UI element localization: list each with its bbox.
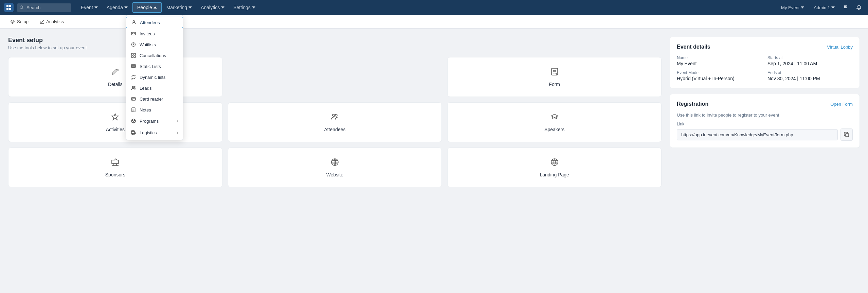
people-dropdown: Attendees Invitees Waitlists <box>126 15 183 140</box>
registration-header: Registration Open Form <box>677 101 853 107</box>
list-icon <box>131 64 136 69</box>
nav-item-event[interactable]: Event <box>77 3 102 12</box>
dropdown-item-attendees[interactable]: Attendees <box>126 17 183 28</box>
dropdown-item-card-reader[interactable]: Card reader <box>126 93 183 104</box>
dropdown-item-dynamic-lists[interactable]: Dynamic lists <box>126 72 183 83</box>
nav-items: Event Agenda People Marketing Analytics … <box>77 2 778 13</box>
svg-point-6 <box>133 21 135 22</box>
copy-link-button[interactable] <box>840 128 853 141</box>
envelope-icon <box>131 31 136 36</box>
card-landing-page[interactable]: Landing Page <box>447 148 662 187</box>
topnav-right: My Event Admin 1 <box>778 2 864 13</box>
dropdown-item-static-lists[interactable]: Static Lists <box>126 61 183 72</box>
chevron-down-icon <box>221 6 224 8</box>
flag-button[interactable] <box>841 2 851 13</box>
card-attendees[interactable]: Attendees <box>228 102 442 142</box>
dropdown-item-invitees[interactable]: Invitees <box>126 28 183 39</box>
name-value: My Event <box>677 61 762 66</box>
card-website[interactable]: Website <box>228 148 442 187</box>
registration-card: Registration Open Form Use this link to … <box>670 94 860 148</box>
registration-subtitle: Use this link to invite people to regist… <box>677 113 853 118</box>
flag-icon <box>843 5 849 10</box>
left-panel: Event setup Use the tools below to set u… <box>8 37 662 187</box>
chevron-down-icon <box>252 6 255 8</box>
dropdown-item-logistics[interactable]: Logistics <box>126 127 183 138</box>
dropdown-item-notes[interactable]: Notes <box>126 104 183 115</box>
svg-point-28 <box>12 21 13 22</box>
clock-icon <box>131 42 136 47</box>
ends-at-value: Nov 30, 2024 | 11:00 PM <box>767 76 853 81</box>
event-details-card: Event details Virtual Lobby Name My Even… <box>670 37 860 88</box>
card-activities[interactable]: Activities <box>8 102 222 142</box>
subnav-setup[interactable]: Setup <box>5 17 33 26</box>
pencil-icon <box>110 67 120 77</box>
ends-at-field: Ends at Nov 30, 2024 | 11:00 PM <box>767 70 853 81</box>
copy-icon <box>844 132 849 137</box>
starts-at-value: Sep 1, 2024 | 11:00 AM <box>767 61 853 66</box>
event-setup-subtitle: Use the tools below to set up your event <box>8 45 662 50</box>
nav-item-marketing[interactable]: Marketing <box>162 3 196 12</box>
nav-item-settings[interactable]: Settings <box>229 3 259 12</box>
link-field-wrap: https://app.inevent.com/en/Knowledge/MyE… <box>677 128 853 141</box>
group-icon <box>131 85 136 91</box>
globe2-icon <box>550 157 559 168</box>
globe-icon <box>330 157 340 168</box>
graduation-icon <box>550 112 559 123</box>
chevron-down-icon <box>94 6 98 8</box>
svg-rect-13 <box>131 65 135 66</box>
svg-rect-10 <box>134 53 135 55</box>
nav-item-analytics[interactable]: Analytics <box>197 3 229 12</box>
chevron-down-icon <box>124 6 128 8</box>
svg-rect-11 <box>131 56 133 57</box>
event-mode-value: Hybrid (Virtual + In-Person) <box>677 76 762 81</box>
programs-icon <box>131 118 136 124</box>
dropdown-item-cancellations[interactable]: Cancellations <box>126 50 183 61</box>
card-landing-page-label: Landing Page <box>540 172 569 177</box>
card-website-label: Website <box>326 172 343 177</box>
svg-point-30 <box>332 114 334 116</box>
open-form-link[interactable]: Open Form <box>830 102 853 107</box>
svg-point-17 <box>132 86 133 88</box>
subnav-analytics[interactable]: Analytics <box>35 17 69 26</box>
card-sponsors-label: Sponsors <box>105 172 125 177</box>
bell-icon <box>856 5 862 10</box>
chevron-down-icon <box>188 6 192 8</box>
svg-rect-12 <box>134 56 135 57</box>
name-field: Name My Event <box>677 55 762 66</box>
starts-at-field: Starts at Sep 1, 2024 | 11:00 AM <box>767 55 853 66</box>
sponsors-icon <box>110 157 120 168</box>
card-sponsors[interactable]: Sponsors <box>8 148 222 187</box>
app-logo[interactable] <box>4 3 14 12</box>
virtual-lobby-link[interactable]: Virtual Lobby <box>827 45 853 50</box>
svg-rect-14 <box>131 66 135 67</box>
dropdown-item-leads[interactable]: Leads <box>126 83 183 93</box>
card-icon <box>131 96 136 102</box>
card-form[interactable]: Form <box>447 57 662 97</box>
card-attendees-label: Attendees <box>324 127 345 132</box>
nav-item-agenda[interactable]: Agenda <box>103 3 132 12</box>
edit-form-icon <box>550 67 559 77</box>
dropdown-item-waitlists[interactable]: Waitlists <box>126 39 183 50</box>
analytics-icon <box>39 19 44 24</box>
svg-point-26 <box>132 134 133 135</box>
nav-item-people[interactable]: People <box>132 2 162 13</box>
event-details-title: Event details <box>677 44 710 50</box>
logistics-icon <box>131 130 136 135</box>
search-input[interactable] <box>17 3 71 12</box>
dropdown-item-programs[interactable]: Programs <box>126 115 183 127</box>
svg-rect-9 <box>131 53 133 55</box>
card-speakers[interactable]: Speakers <box>447 102 662 142</box>
card-speakers-label: Speakers <box>544 127 564 132</box>
event-setup-title: Event setup <box>8 37 662 44</box>
event-setup-grid: Details Form <box>8 57 662 187</box>
search-container[interactable] <box>17 3 71 12</box>
star-icon <box>110 112 120 123</box>
card-details[interactable]: Details <box>8 57 222 97</box>
svg-point-31 <box>335 114 337 116</box>
person-group-icon <box>330 112 340 123</box>
event-mode-label: Event Mode <box>677 70 762 75</box>
admin-button[interactable]: Admin 1 <box>810 3 838 12</box>
my-event-button[interactable]: My Event <box>778 3 808 12</box>
svg-rect-3 <box>9 8 11 10</box>
bell-button[interactable] <box>854 2 864 13</box>
